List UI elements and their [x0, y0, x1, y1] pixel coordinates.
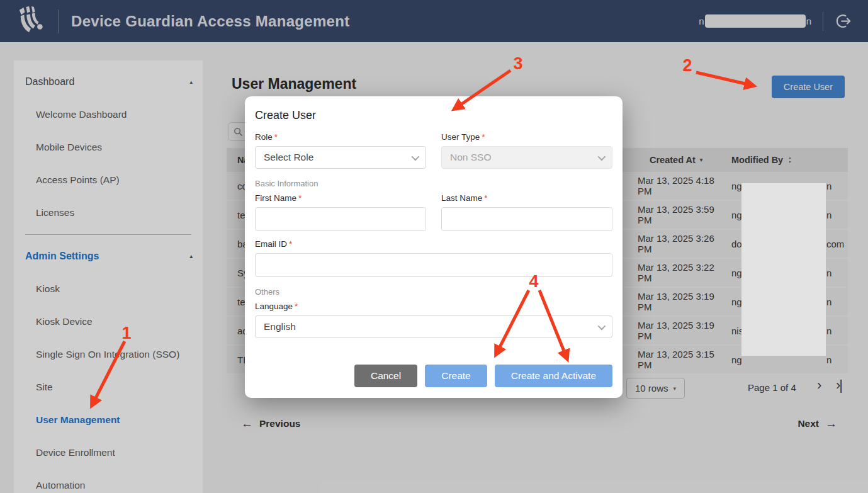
last-name-input[interactable] [441, 207, 612, 231]
first-name-field: First Name* [255, 193, 426, 231]
last-name-field: Last Name* [441, 193, 612, 231]
required-marker: * [274, 132, 278, 142]
language-select-value: English [264, 321, 296, 332]
create-button[interactable]: Create [425, 365, 487, 387]
role-select[interactable]: Select Role [255, 146, 426, 169]
required-marker: * [295, 302, 298, 311]
language-select[interactable]: English [255, 315, 612, 338]
role-select-value: Select Role [264, 152, 313, 163]
email-input[interactable] [255, 253, 612, 277]
user-type-label: User Type* [441, 132, 612, 142]
language-label: Language* [255, 302, 612, 311]
first-name-label: First Name* [255, 193, 426, 203]
chevron-down-icon [598, 322, 606, 330]
create-and-activate-button[interactable]: Create and Activate [495, 365, 612, 387]
required-marker: * [482, 132, 485, 142]
cancel-button[interactable]: Cancel [354, 365, 417, 387]
required-marker: * [484, 193, 487, 203]
required-marker: * [289, 239, 292, 249]
chevron-down-icon [598, 152, 606, 161]
others-section-label: Others [255, 287, 612, 297]
email-label: Email ID* [255, 239, 612, 249]
first-name-input[interactable] [255, 207, 426, 231]
create-user-modal: Create User Role* Select Role User Type*… [245, 96, 623, 398]
user-type-field: User Type* Non SSO [441, 132, 612, 169]
user-type-select-value: Non SSO [450, 152, 491, 163]
chevron-down-icon [412, 152, 420, 161]
role-label: Role* [255, 132, 426, 142]
modal-title: Create User [255, 109, 612, 122]
role-field: Role* Select Role [255, 132, 426, 169]
user-type-select: Non SSO [441, 146, 612, 169]
required-marker: * [298, 193, 302, 203]
last-name-label: Last Name* [441, 193, 612, 203]
basic-information-section-label: Basic Information [255, 179, 612, 188]
